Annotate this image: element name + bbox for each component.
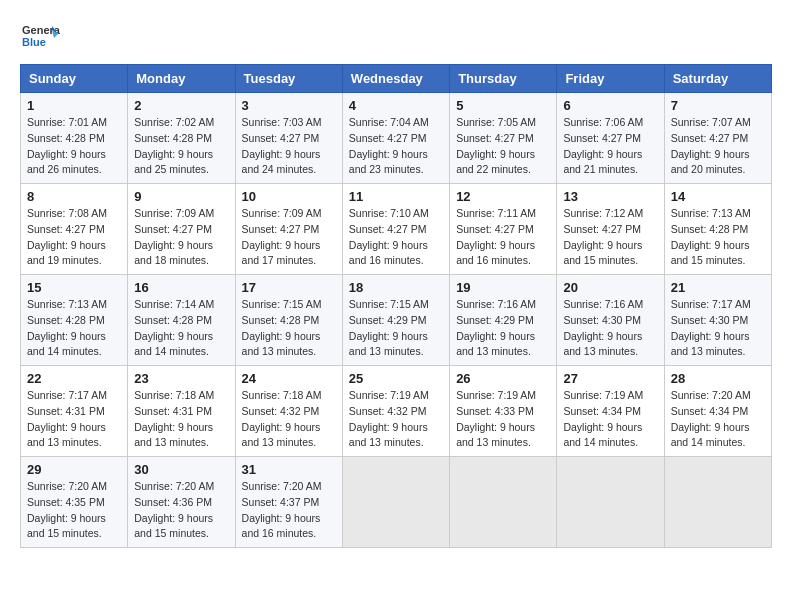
day-info: Sunrise: 7:04 AMSunset: 4:27 PMDaylight:…: [349, 116, 429, 175]
day-header-wednesday: Wednesday: [342, 65, 449, 93]
calendar-cell: 8 Sunrise: 7:08 AMSunset: 4:27 PMDayligh…: [21, 184, 128, 275]
day-number: 16: [134, 280, 228, 295]
day-info: Sunrise: 7:20 AMSunset: 4:36 PMDaylight:…: [134, 480, 214, 539]
day-number: 1: [27, 98, 121, 113]
day-number: 30: [134, 462, 228, 477]
week-row-4: 22 Sunrise: 7:17 AMSunset: 4:31 PMDaylig…: [21, 366, 772, 457]
calendar-cell: 24 Sunrise: 7:18 AMSunset: 4:32 PMDaylig…: [235, 366, 342, 457]
day-header-sunday: Sunday: [21, 65, 128, 93]
calendar-cell: 11 Sunrise: 7:10 AMSunset: 4:27 PMDaylig…: [342, 184, 449, 275]
day-info: Sunrise: 7:13 AMSunset: 4:28 PMDaylight:…: [671, 207, 751, 266]
calendar-cell: 27 Sunrise: 7:19 AMSunset: 4:34 PMDaylig…: [557, 366, 664, 457]
day-info: Sunrise: 7:03 AMSunset: 4:27 PMDaylight:…: [242, 116, 322, 175]
day-number: 20: [563, 280, 657, 295]
calendar-cell: [342, 457, 449, 548]
calendar-cell: 7 Sunrise: 7:07 AMSunset: 4:27 PMDayligh…: [664, 93, 771, 184]
calendar-cell: 2 Sunrise: 7:02 AMSunset: 4:28 PMDayligh…: [128, 93, 235, 184]
day-info: Sunrise: 7:11 AMSunset: 4:27 PMDaylight:…: [456, 207, 536, 266]
day-number: 4: [349, 98, 443, 113]
day-number: 26: [456, 371, 550, 386]
calendar-cell: 1 Sunrise: 7:01 AMSunset: 4:28 PMDayligh…: [21, 93, 128, 184]
calendar-cell: 26 Sunrise: 7:19 AMSunset: 4:33 PMDaylig…: [450, 366, 557, 457]
day-info: Sunrise: 7:15 AMSunset: 4:29 PMDaylight:…: [349, 298, 429, 357]
week-row-3: 15 Sunrise: 7:13 AMSunset: 4:28 PMDaylig…: [21, 275, 772, 366]
day-info: Sunrise: 7:09 AMSunset: 4:27 PMDaylight:…: [242, 207, 322, 266]
calendar-cell: 18 Sunrise: 7:15 AMSunset: 4:29 PMDaylig…: [342, 275, 449, 366]
day-number: 17: [242, 280, 336, 295]
calendar-cell: 3 Sunrise: 7:03 AMSunset: 4:27 PMDayligh…: [235, 93, 342, 184]
calendar-cell: 12 Sunrise: 7:11 AMSunset: 4:27 PMDaylig…: [450, 184, 557, 275]
calendar-cell: 29 Sunrise: 7:20 AMSunset: 4:35 PMDaylig…: [21, 457, 128, 548]
header: General Blue: [20, 16, 772, 56]
day-number: 28: [671, 371, 765, 386]
week-row-2: 8 Sunrise: 7:08 AMSunset: 4:27 PMDayligh…: [21, 184, 772, 275]
svg-text:Blue: Blue: [22, 36, 46, 48]
day-number: 10: [242, 189, 336, 204]
day-info: Sunrise: 7:05 AMSunset: 4:27 PMDaylight:…: [456, 116, 536, 175]
calendar-table: SundayMondayTuesdayWednesdayThursdayFrid…: [20, 64, 772, 548]
day-number: 7: [671, 98, 765, 113]
day-number: 11: [349, 189, 443, 204]
day-info: Sunrise: 7:13 AMSunset: 4:28 PMDaylight:…: [27, 298, 107, 357]
day-info: Sunrise: 7:07 AMSunset: 4:27 PMDaylight:…: [671, 116, 751, 175]
calendar-cell: 14 Sunrise: 7:13 AMSunset: 4:28 PMDaylig…: [664, 184, 771, 275]
calendar-cell: 5 Sunrise: 7:05 AMSunset: 4:27 PMDayligh…: [450, 93, 557, 184]
day-number: 3: [242, 98, 336, 113]
days-header-row: SundayMondayTuesdayWednesdayThursdayFrid…: [21, 65, 772, 93]
calendar-cell: 21 Sunrise: 7:17 AMSunset: 4:30 PMDaylig…: [664, 275, 771, 366]
day-number: 24: [242, 371, 336, 386]
calendar-cell: 4 Sunrise: 7:04 AMSunset: 4:27 PMDayligh…: [342, 93, 449, 184]
day-info: Sunrise: 7:20 AMSunset: 4:35 PMDaylight:…: [27, 480, 107, 539]
day-header-tuesday: Tuesday: [235, 65, 342, 93]
day-header-thursday: Thursday: [450, 65, 557, 93]
day-info: Sunrise: 7:18 AMSunset: 4:31 PMDaylight:…: [134, 389, 214, 448]
day-number: 8: [27, 189, 121, 204]
day-number: 13: [563, 189, 657, 204]
day-info: Sunrise: 7:10 AMSunset: 4:27 PMDaylight:…: [349, 207, 429, 266]
calendar-cell: 25 Sunrise: 7:19 AMSunset: 4:32 PMDaylig…: [342, 366, 449, 457]
calendar-cell: 15 Sunrise: 7:13 AMSunset: 4:28 PMDaylig…: [21, 275, 128, 366]
day-info: Sunrise: 7:17 AMSunset: 4:31 PMDaylight:…: [27, 389, 107, 448]
calendar-cell: 13 Sunrise: 7:12 AMSunset: 4:27 PMDaylig…: [557, 184, 664, 275]
day-header-saturday: Saturday: [664, 65, 771, 93]
calendar-cell: 9 Sunrise: 7:09 AMSunset: 4:27 PMDayligh…: [128, 184, 235, 275]
calendar-cell: 20 Sunrise: 7:16 AMSunset: 4:30 PMDaylig…: [557, 275, 664, 366]
day-info: Sunrise: 7:08 AMSunset: 4:27 PMDaylight:…: [27, 207, 107, 266]
calendar-cell: [557, 457, 664, 548]
day-number: 31: [242, 462, 336, 477]
day-number: 2: [134, 98, 228, 113]
day-number: 18: [349, 280, 443, 295]
day-info: Sunrise: 7:12 AMSunset: 4:27 PMDaylight:…: [563, 207, 643, 266]
day-number: 27: [563, 371, 657, 386]
day-number: 22: [27, 371, 121, 386]
day-info: Sunrise: 7:20 AMSunset: 4:34 PMDaylight:…: [671, 389, 751, 448]
day-header-friday: Friday: [557, 65, 664, 93]
day-info: Sunrise: 7:16 AMSunset: 4:29 PMDaylight:…: [456, 298, 536, 357]
day-info: Sunrise: 7:19 AMSunset: 4:33 PMDaylight:…: [456, 389, 536, 448]
calendar-cell: 30 Sunrise: 7:20 AMSunset: 4:36 PMDaylig…: [128, 457, 235, 548]
logo: General Blue: [20, 16, 64, 56]
day-info: Sunrise: 7:02 AMSunset: 4:28 PMDaylight:…: [134, 116, 214, 175]
day-info: Sunrise: 7:01 AMSunset: 4:28 PMDaylight:…: [27, 116, 107, 175]
day-info: Sunrise: 7:18 AMSunset: 4:32 PMDaylight:…: [242, 389, 322, 448]
calendar-cell: 31 Sunrise: 7:20 AMSunset: 4:37 PMDaylig…: [235, 457, 342, 548]
calendar-cell: 16 Sunrise: 7:14 AMSunset: 4:28 PMDaylig…: [128, 275, 235, 366]
day-info: Sunrise: 7:19 AMSunset: 4:32 PMDaylight:…: [349, 389, 429, 448]
calendar-cell: [664, 457, 771, 548]
day-number: 23: [134, 371, 228, 386]
day-number: 6: [563, 98, 657, 113]
day-number: 25: [349, 371, 443, 386]
calendar-cell: 17 Sunrise: 7:15 AMSunset: 4:28 PMDaylig…: [235, 275, 342, 366]
day-info: Sunrise: 7:06 AMSunset: 4:27 PMDaylight:…: [563, 116, 643, 175]
day-number: 19: [456, 280, 550, 295]
calendar-cell: 10 Sunrise: 7:09 AMSunset: 4:27 PMDaylig…: [235, 184, 342, 275]
calendar-cell: 19 Sunrise: 7:16 AMSunset: 4:29 PMDaylig…: [450, 275, 557, 366]
calendar-cell: 6 Sunrise: 7:06 AMSunset: 4:27 PMDayligh…: [557, 93, 664, 184]
day-info: Sunrise: 7:16 AMSunset: 4:30 PMDaylight:…: [563, 298, 643, 357]
calendar-cell: 22 Sunrise: 7:17 AMSunset: 4:31 PMDaylig…: [21, 366, 128, 457]
day-header-monday: Monday: [128, 65, 235, 93]
week-row-5: 29 Sunrise: 7:20 AMSunset: 4:35 PMDaylig…: [21, 457, 772, 548]
calendar-cell: 28 Sunrise: 7:20 AMSunset: 4:34 PMDaylig…: [664, 366, 771, 457]
calendar-cell: 23 Sunrise: 7:18 AMSunset: 4:31 PMDaylig…: [128, 366, 235, 457]
day-info: Sunrise: 7:15 AMSunset: 4:28 PMDaylight:…: [242, 298, 322, 357]
